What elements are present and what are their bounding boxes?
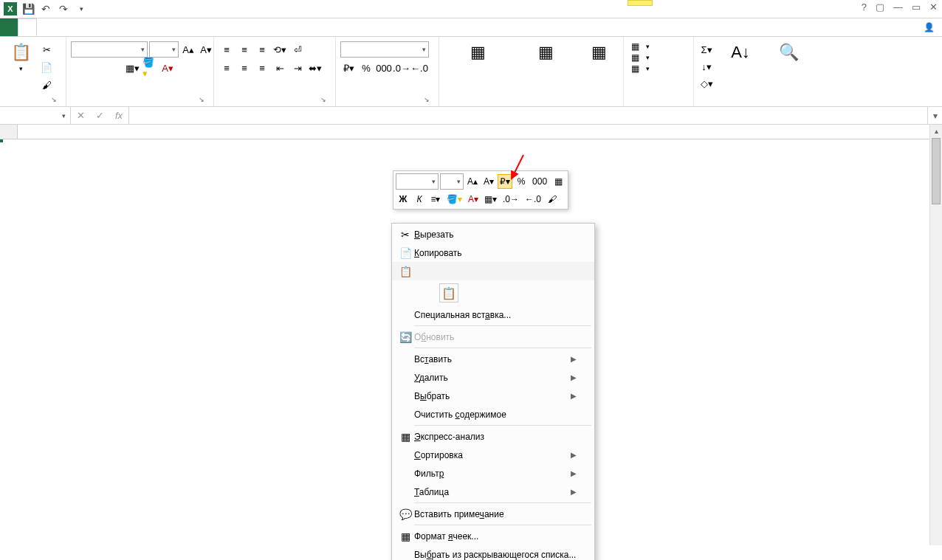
maximize-icon[interactable]: ▭ — [912, 1, 921, 13]
format-painter-icon[interactable]: 🖌 — [38, 77, 55, 93]
insert-cells-button[interactable]: ▦▾ — [628, 41, 650, 52]
align-top-icon[interactable]: ≡ — [219, 41, 235, 58]
mini-increase-font-icon[interactable]: A▴ — [465, 174, 480, 189]
mini-bold-icon[interactable]: Ж — [396, 192, 410, 207]
mini-align-icon[interactable]: ≡▾ — [428, 192, 443, 207]
tab-page-layout[interactable] — [55, 18, 72, 36]
ctx-pick-from-dropdown[interactable]: Выбрать из раскрывающегося списка... — [392, 545, 594, 560]
italic-button[interactable] — [89, 60, 105, 76]
close-icon[interactable]: ✕ — [929, 1, 938, 13]
undo-icon[interactable]: ↶ — [38, 1, 53, 16]
mini-merge-icon[interactable]: ▦ — [551, 174, 565, 189]
qat-customize-icon[interactable]: ▾ — [74, 1, 89, 16]
tab-insert[interactable] — [37, 18, 55, 36]
mini-size-combo[interactable]: ▾ — [440, 173, 464, 190]
expand-formula-bar-icon[interactable]: ▾ — [927, 107, 942, 124]
ctx-table[interactable]: Таблица▶ — [392, 483, 594, 501]
merge-cells-icon[interactable]: ⬌▾ — [307, 60, 323, 76]
align-middle-icon[interactable]: ≡ — [236, 41, 252, 58]
paste-button[interactable]: 📋 ▾ — [4, 41, 37, 74]
minimize-icon[interactable]: — — [893, 1, 903, 13]
clipboard-dialog-launcher[interactable]: ↘ — [51, 96, 61, 106]
copy-icon[interactable]: 📄 — [38, 59, 55, 75]
save-icon[interactable]: 💾 — [21, 1, 35, 16]
ctx-delete[interactable]: Удалить▶ — [392, 368, 594, 387]
mini-italic-icon[interactable]: К — [412, 192, 427, 207]
tab-review[interactable] — [108, 18, 126, 36]
decrease-decimal-icon[interactable]: ←.0 — [411, 60, 427, 76]
clear-icon[interactable]: ◇▾ — [698, 75, 715, 91]
redo-icon[interactable]: ↷ — [56, 1, 71, 16]
ribbon-collapse-icon[interactable]: ▢ — [876, 1, 884, 13]
ctx-clear-contents[interactable]: Очистить содержимое — [392, 405, 594, 424]
tab-formulas[interactable] — [72, 18, 90, 36]
orientation-icon[interactable]: ⟲▾ — [272, 41, 288, 58]
ctx-sort[interactable]: Сортировка▶ — [392, 446, 594, 464]
tab-home[interactable] — [18, 18, 37, 36]
align-center-icon[interactable]: ≡ — [236, 60, 252, 76]
tab-table-design[interactable] — [205, 18, 223, 36]
ctx-quick-analysis[interactable]: ▦Экспресс-анализ — [392, 427, 594, 446]
tab-data[interactable] — [90, 18, 108, 36]
tab-developer[interactable] — [143, 18, 161, 36]
mini-inc-decimal-icon[interactable]: .0→ — [501, 192, 521, 207]
sort-filter-button[interactable]: A↓ — [716, 41, 765, 65]
mini-format-painter-icon[interactable]: 🖌 — [545, 192, 560, 207]
ctx-copy[interactable]: 📄Копировать — [392, 243, 594, 262]
mini-decrease-font-icon[interactable]: A▾ — [481, 174, 496, 189]
accounting-format-icon[interactable]: ₽▾ — [340, 60, 357, 76]
bold-button[interactable] — [71, 60, 87, 76]
paste-option-default[interactable]: 📋 — [439, 283, 458, 303]
ctx-format-cells[interactable]: ▦Формат ячеек... — [392, 527, 594, 545]
ctx-insert[interactable]: Вставить▶ — [392, 350, 594, 368]
scrollbar-thumb[interactable] — [932, 138, 941, 204]
mini-border-icon[interactable]: ▦▾ — [482, 192, 499, 207]
tab-file[interactable] — [0, 18, 18, 36]
increase-indent-icon[interactable]: ⇥ — [289, 60, 306, 76]
select-all-corner[interactable] — [0, 125, 18, 139]
font-name-combo[interactable]: ▾ — [71, 41, 148, 58]
comma-format-icon[interactable]: 000 — [376, 60, 392, 76]
fill-color-button[interactable]: 🪣▾ — [142, 60, 158, 76]
ctx-cut[interactable]: ✂Вырезать — [392, 225, 594, 243]
vertical-scrollbar[interactable]: ▴ — [929, 125, 942, 545]
mini-accounting-icon[interactable]: ₽▾ — [498, 174, 512, 189]
number-dialog-launcher[interactable]: ↘ — [424, 96, 434, 106]
tab-view[interactable] — [126, 18, 143, 36]
autosum-icon[interactable]: Σ▾ — [698, 41, 715, 58]
mini-font-color-icon[interactable]: A▾ — [466, 192, 481, 207]
increase-decimal-icon[interactable]: .0→ — [393, 60, 410, 76]
alignment-dialog-launcher[interactable]: ↘ — [320, 96, 331, 106]
mini-dec-decimal-icon[interactable]: ←.0 — [523, 192, 543, 207]
ctx-insert-comment[interactable]: 💬Вставить примечание — [392, 505, 594, 523]
decrease-font-icon[interactable]: A▾ — [198, 41, 214, 58]
mini-percent-icon[interactable]: % — [514, 174, 529, 189]
underline-button[interactable] — [106, 60, 123, 76]
fx-icon[interactable]: fx — [109, 110, 128, 121]
increase-font-icon[interactable]: A▴ — [180, 41, 196, 58]
decrease-indent-icon[interactable]: ⇤ — [272, 60, 288, 76]
ctx-paste-special[interactable]: Специальная вставка... — [392, 305, 594, 324]
border-button[interactable]: ▦▾ — [124, 60, 140, 76]
cell-styles-button[interactable]: ▦ — [581, 41, 618, 65]
mini-font-combo[interactable]: ▾ — [396, 173, 439, 190]
enter-formula-icon[interactable]: ✓ — [90, 110, 109, 121]
sign-in-button[interactable]: 👤 — [913, 18, 942, 36]
fill-icon[interactable]: ↓▾ — [698, 58, 715, 75]
cut-icon[interactable]: ✂ — [38, 41, 55, 58]
formula-input[interactable] — [129, 107, 927, 124]
font-color-button[interactable]: A▾ — [159, 60, 176, 76]
percent-format-icon[interactable]: % — [358, 60, 374, 76]
format-cells-button[interactable]: ▦▾ — [628, 63, 650, 74]
wrap-text-icon[interactable]: ⏎ — [289, 41, 306, 58]
format-as-table-button[interactable]: ▦ — [515, 41, 577, 65]
ctx-filter[interactable]: Фильтр▶ — [392, 464, 594, 483]
align-left-icon[interactable]: ≡ — [219, 60, 235, 76]
mini-fill-color-icon[interactable]: 🪣▾ — [444, 192, 464, 207]
font-size-combo[interactable]: ▾ — [149, 41, 179, 58]
cancel-formula-icon[interactable]: ✕ — [71, 110, 90, 121]
help-icon[interactable]: ? — [862, 1, 867, 13]
find-select-button[interactable]: 🔍 — [766, 41, 811, 65]
mini-comma-icon[interactable]: 000 — [530, 174, 549, 189]
name-box[interactable]: ▾ — [0, 107, 71, 124]
